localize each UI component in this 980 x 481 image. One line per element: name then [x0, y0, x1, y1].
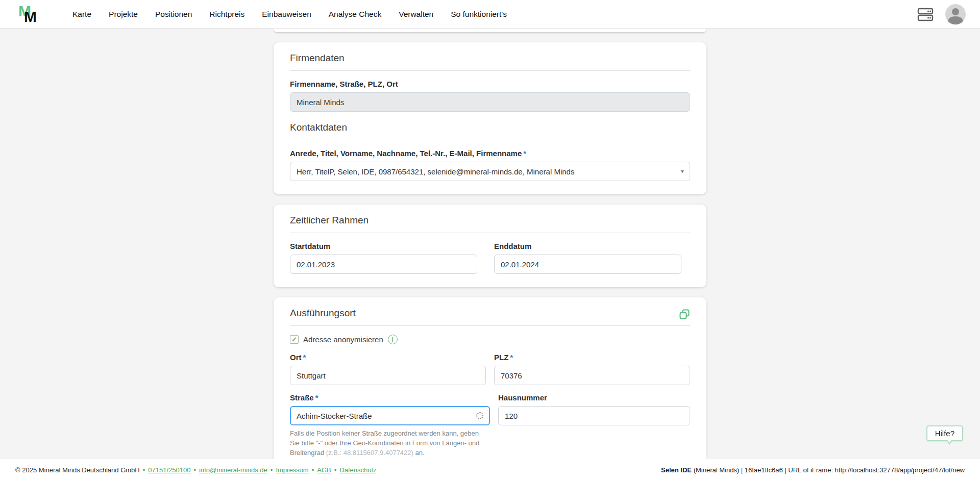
- bullet-separator: •: [143, 466, 145, 474]
- previous-card-partial: [274, 29, 706, 32]
- nav-item-so-funktionierts[interactable]: So funktioniert's: [451, 10, 507, 19]
- required-asterisk: *: [523, 149, 526, 158]
- ide-status-text: Selen IDE (Mineral Minds) | 16fae1ffc6a6…: [661, 466, 965, 474]
- footer-link-phone[interactable]: 07151/250100: [148, 466, 190, 474]
- contact-select[interactable]: Herr, TitelP, Selen, IDE, 0987/654321, s…: [290, 162, 690, 181]
- top-navbar: M M Karte Projekte Positionen Richtpreis…: [0, 0, 980, 29]
- anonymize-checkbox[interactable]: ✓: [290, 335, 299, 344]
- hausnummer-input[interactable]: [498, 406, 690, 425]
- zeitraum-title: Zeitlicher Rahmen: [290, 215, 690, 226]
- ausfuehrungsort-title: Ausführungsort: [290, 308, 356, 319]
- required-asterisk: *: [303, 353, 306, 362]
- firmendaten-title: Firmendaten: [290, 53, 690, 64]
- strasse-helper-text: Falls die Position keiner Straße zugeord…: [290, 429, 490, 458]
- divider: [290, 233, 690, 233]
- copy-icon[interactable]: [679, 309, 690, 322]
- loading-spinner-icon: [476, 412, 483, 419]
- bullet-separator: •: [312, 466, 314, 474]
- nav-item-positionen[interactable]: Positionen: [155, 10, 192, 19]
- checkmark-icon: ✓: [291, 336, 297, 343]
- ort-label: Ort*: [290, 353, 486, 362]
- nav-item-verwalten[interactable]: Verwalten: [399, 10, 433, 19]
- startdatum-label: Startdatum: [290, 242, 486, 250]
- kontaktdaten-title: Kontaktdaten: [290, 122, 690, 133]
- zeitlicher-rahmen-card: Zeitlicher Rahmen Startdatum Enddatum: [274, 205, 706, 287]
- divider: [290, 70, 690, 71]
- startdatum-input[interactable]: [290, 255, 477, 274]
- footer-link-impressum[interactable]: Impressum: [276, 466, 308, 474]
- contact-select-value: Herr, TitelP, Selen, IDE, 0987/654321, s…: [297, 167, 574, 176]
- required-asterisk: *: [315, 393, 318, 402]
- nav-item-karte[interactable]: Karte: [72, 10, 91, 19]
- user-avatar[interactable]: [945, 4, 966, 24]
- project-form: Firmendaten Firmenname, Straße, PLZ, Ort…: [274, 0, 706, 481]
- strasse-label: Straße*: [290, 393, 490, 402]
- main-nav: Karte Projekte Positionen Richtpreis Ein…: [72, 10, 507, 19]
- hausnummer-label: Hausnummer: [498, 393, 690, 402]
- brand-logo[interactable]: M M: [17, 3, 46, 26]
- plz-label: PLZ*: [494, 353, 690, 362]
- chevron-down-icon: ▾: [680, 167, 684, 175]
- strasse-input[interactable]: [290, 406, 490, 425]
- anonymize-label: Adresse anonymisieren: [303, 335, 383, 344]
- footer-link-datenschutz[interactable]: Datenschutz: [339, 466, 376, 474]
- avatar-person-icon: [952, 8, 959, 15]
- page-footer: © 2025 Mineral Minds Deutschland GmbH • …: [0, 459, 980, 481]
- ausfuehrungsort-card: Ausführungsort ✓ Adresse anonymisieren i…: [274, 297, 706, 471]
- divider: [290, 325, 690, 326]
- ide-name: Selen IDE: [661, 466, 692, 474]
- info-icon[interactable]: i: [388, 335, 398, 344]
- nav-item-einbauweisen[interactable]: Einbauweisen: [262, 10, 311, 19]
- company-field-label: Firmenname, Straße, PLZ, Ort: [290, 80, 690, 88]
- footer-link-agb[interactable]: AGB: [317, 466, 331, 474]
- nav-item-projekte[interactable]: Projekte: [109, 10, 138, 19]
- required-asterisk: *: [510, 353, 513, 362]
- bullet-separator: •: [271, 466, 273, 474]
- bullet-separator: •: [193, 466, 196, 474]
- contact-field-label: Anrede, Titel, Vorname, Nachname, Tel.-N…: [290, 149, 690, 158]
- enddatum-input[interactable]: [494, 255, 681, 274]
- copyright-text: © 2025 Mineral Minds Deutschland GmbH: [15, 466, 140, 474]
- bullet-separator: •: [334, 466, 337, 474]
- footer-link-email[interactable]: info@mineral-minds.de: [199, 466, 267, 474]
- plz-input[interactable]: [494, 366, 690, 385]
- server-stack-icon[interactable]: [917, 7, 934, 22]
- nav-item-richtpreis[interactable]: Richtpreis: [209, 10, 244, 19]
- ort-input[interactable]: [290, 366, 486, 385]
- avatar-person-icon: [948, 16, 963, 24]
- enddatum-label: Enddatum: [494, 242, 690, 250]
- company-input: [290, 92, 690, 112]
- logo-letter-black: M: [24, 9, 36, 24]
- help-button[interactable]: Hilfe?: [926, 425, 963, 441]
- nav-item-analyse-check[interactable]: Analyse Check: [329, 10, 381, 19]
- firmendaten-card: Firmendaten Firmenname, Straße, PLZ, Ort…: [274, 42, 706, 194]
- divider: [290, 140, 690, 140]
